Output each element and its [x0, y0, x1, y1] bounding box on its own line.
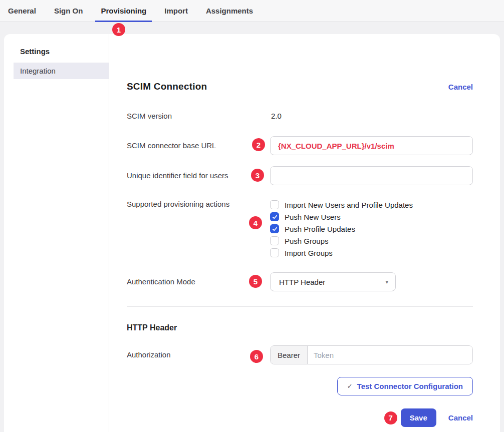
chevron-down-icon: ▾ [385, 279, 388, 285]
checkbox-push-new-users[interactable] [270, 212, 279, 221]
check-icon: ✓ [347, 382, 353, 390]
unique-identifier-label: Unique identifier field for users [127, 166, 270, 185]
step-badge-2: 2 [252, 138, 265, 151]
form-actions-row: 7 Save Cancel [127, 408, 473, 427]
step-badge-7: 7 [384, 411, 397, 424]
section-divider [127, 306, 473, 307]
step-badge-5: 5 [249, 275, 262, 288]
app-tab-bar: General Sign On Provisioning Import Assi… [0, 0, 504, 22]
bearer-prefix: Bearer [271, 346, 308, 364]
unique-identifier-input[interactable] [270, 166, 473, 185]
http-header-section-title: HTTP Header [127, 323, 473, 332]
checkbox-row: Push Groups [270, 235, 473, 247]
provisioning-actions-row: Supported provisioning actions 4 Import … [127, 199, 473, 259]
step-badge-6: 6 [250, 350, 263, 363]
step-badge-3: 3 [251, 169, 264, 182]
sidebar-header: Settings [4, 47, 109, 56]
checkbox-label: Import New Users and Profile Updates [285, 201, 413, 209]
scim-version-label: SCIM version [127, 112, 270, 121]
checkbox-import-new-users[interactable] [270, 200, 279, 209]
step-badge-1: 1 [112, 23, 125, 36]
checkbox-label: Push Profile Updates [285, 225, 355, 233]
cancel-link-top[interactable]: Cancel [448, 83, 473, 91]
authentication-mode-value: HTTP Header [279, 278, 325, 286]
title-row: SCIM Connection Cancel [127, 81, 473, 92]
checkbox-import-groups[interactable] [270, 248, 279, 257]
scim-version-row: SCIM version 2.0 [127, 112, 473, 121]
unique-identifier-row: Unique identifier field for users 3 [127, 166, 473, 185]
checkbox-row: Push Profile Updates [270, 223, 473, 235]
test-connector-row: ✓ Test Connector Configuration [127, 377, 473, 395]
base-url-input[interactable] [270, 136, 473, 155]
sidebar-item-integration[interactable]: Integration [14, 63, 109, 79]
settings-sidebar: Settings Integration [4, 34, 109, 432]
provisioning-actions-label: Supported provisioning actions [127, 199, 270, 259]
checkbox-push-profile-updates[interactable] [270, 224, 279, 233]
cancel-link-bottom[interactable]: Cancel [448, 413, 473, 422]
tab-provisioning[interactable]: Provisioning [101, 0, 146, 22]
authentication-mode-row: Authentication Mode 5 HTTP Header ▾ [127, 272, 473, 291]
page-title: SCIM Connection [127, 81, 207, 92]
token-input[interactable] [308, 346, 472, 364]
provisioning-card: Settings Integration SCIM Connection Can… [4, 34, 500, 432]
checkbox-label: Push Groups [285, 237, 329, 245]
tab-assignments[interactable]: Assignments [206, 0, 253, 22]
tab-general[interactable]: General [8, 0, 36, 22]
checkbox-row: Import Groups [270, 247, 473, 259]
tab-import[interactable]: Import [164, 0, 188, 22]
checkbox-row: Import New Users and Profile Updates [270, 199, 473, 211]
test-connector-button[interactable]: ✓ Test Connector Configuration [337, 377, 473, 395]
tab-sign-on[interactable]: Sign On [54, 0, 83, 22]
step-badge-4: 4 [249, 216, 262, 229]
save-button[interactable]: Save [401, 408, 436, 427]
checkbox-label: Push New Users [285, 213, 341, 221]
checkbox-label: Import Groups [285, 249, 333, 257]
authorization-label: Authorization [127, 345, 270, 364]
authentication-mode-select[interactable]: HTTP Header ▾ [270, 272, 396, 291]
base-url-label: SCIM connector base URL [127, 136, 270, 155]
authorization-row: Authorization 6 Bearer [127, 345, 473, 364]
checkbox-row: Push New Users [270, 211, 473, 223]
authorization-input-group: Bearer [270, 345, 473, 364]
checkbox-push-groups[interactable] [270, 236, 279, 245]
scim-version-value: 2.0 [270, 112, 282, 120]
test-connector-label: Test Connector Configuration [357, 382, 463, 390]
base-url-row: SCIM connector base URL 2 [127, 136, 473, 155]
scim-connection-panel: SCIM Connection Cancel SCIM version 2.0 … [109, 34, 500, 432]
